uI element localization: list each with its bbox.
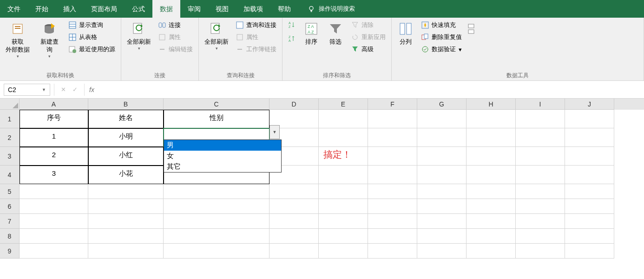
cell-I8[interactable] <box>516 229 565 244</box>
row-header-5[interactable]: 5 <box>0 184 20 199</box>
tab-addins[interactable]: 加载项 <box>236 0 270 18</box>
col-header-H[interactable]: H <box>467 99 516 110</box>
col-header-J[interactable]: J <box>565 99 614 110</box>
cell-I1[interactable] <box>516 110 565 128</box>
cell-I7[interactable] <box>516 214 565 229</box>
col-header-A[interactable]: A <box>20 99 88 110</box>
cell-F7[interactable] <box>368 214 417 229</box>
cell-J8[interactable] <box>565 229 614 244</box>
cell-D5[interactable] <box>269 184 319 199</box>
row-header-4[interactable]: 4 <box>0 166 20 184</box>
col-header-I[interactable]: I <box>516 99 565 110</box>
cell-E8[interactable] <box>319 229 368 244</box>
cell-J4[interactable] <box>565 166 614 184</box>
cell-C8[interactable] <box>164 229 269 244</box>
row-header-8[interactable]: 8 <box>0 229 20 244</box>
cell-B1[interactable]: 姓名 <box>88 110 164 128</box>
tab-review[interactable]: 审阅 <box>180 0 208 18</box>
cell-C6[interactable] <box>164 199 269 214</box>
cell-H1[interactable] <box>467 110 516 128</box>
cell-G8[interactable] <box>417 229 467 244</box>
tab-insert[interactable]: 插入 <box>56 0 84 18</box>
cell-E6[interactable] <box>319 199 368 214</box>
cell-H5[interactable] <box>467 184 516 199</box>
cell-C9[interactable] <box>164 244 269 259</box>
cell-B9[interactable] <box>88 244 164 259</box>
col-header-F[interactable]: F <box>368 99 417 110</box>
cell-B8[interactable] <box>88 229 164 244</box>
tell-me-search[interactable]: 操作说明搜索 <box>308 5 355 13</box>
from-table-button[interactable]: 从表格 <box>66 32 118 43</box>
cell-H3[interactable] <box>467 147 516 166</box>
cell-C1[interactable]: 性别 <box>164 110 269 128</box>
new-query-button[interactable]: 新建查 询▾ <box>34 20 64 60</box>
cell-H4[interactable] <box>467 166 516 184</box>
cell-F8[interactable] <box>368 229 417 244</box>
cell-H6[interactable] <box>467 199 516 214</box>
cell-G3[interactable] <box>417 147 467 166</box>
cell-C5[interactable] <box>164 184 269 199</box>
data-validation-button[interactable]: 数据验证 ▾ <box>419 44 465 55</box>
cell-B5[interactable] <box>88 184 164 199</box>
cell-A6[interactable] <box>20 199 88 214</box>
queries-connections-button[interactable]: 查询和连接 <box>233 20 279 31</box>
cell-A7[interactable] <box>20 214 88 229</box>
cell-E3-annotation[interactable]: 搞定！ <box>319 147 368 166</box>
cell-F5[interactable] <box>368 184 417 199</box>
dropdown-option[interactable]: 男 <box>164 140 281 151</box>
cell-F4[interactable] <box>368 166 417 184</box>
col-header-C[interactable]: C <box>164 99 269 110</box>
row-header-6[interactable]: 6 <box>0 199 20 214</box>
col-header-D[interactable]: D <box>269 99 319 110</box>
row-header-7[interactable]: 7 <box>0 214 20 229</box>
cell-F9[interactable] <box>368 244 417 259</box>
tab-help[interactable]: 帮助 <box>270 0 298 18</box>
cell-F1[interactable] <box>368 110 417 128</box>
confirm-icon[interactable]: ✓ <box>72 86 78 93</box>
cell-H9[interactable] <box>467 244 516 259</box>
cell-G7[interactable] <box>417 214 467 229</box>
cell-J1[interactable] <box>565 110 614 128</box>
cell-G4[interactable] <box>417 166 467 184</box>
data-validation-dropdown-button[interactable]: ▼ <box>269 125 280 139</box>
row-header-1[interactable]: 1 <box>0 110 20 128</box>
cell-A2[interactable]: 1 <box>20 128 88 147</box>
tab-file[interactable]: 文件 <box>0 0 28 18</box>
cell-D7[interactable] <box>269 214 319 229</box>
text-to-columns-button[interactable]: 分列 <box>394 20 417 48</box>
cell-I5[interactable] <box>516 184 565 199</box>
cell-A8[interactable] <box>20 229 88 244</box>
tab-formulas[interactable]: 公式 <box>125 0 152 18</box>
cell-F6[interactable] <box>368 199 417 214</box>
cell-B3[interactable]: 小红 <box>88 147 164 166</box>
cell-E2[interactable] <box>319 128 368 147</box>
cell-H2[interactable] <box>467 128 516 147</box>
cell-J9[interactable] <box>565 244 614 259</box>
col-header-G[interactable]: G <box>417 99 467 110</box>
row-header-2[interactable]: 2 <box>0 128 20 147</box>
cell-B4[interactable]: 小花 <box>88 166 164 184</box>
row-header-9[interactable]: 9 <box>0 244 20 259</box>
cell-A5[interactable] <box>20 184 88 199</box>
sort-button[interactable]: Z AA Z 排序 <box>300 20 322 48</box>
cancel-icon[interactable]: ✕ <box>61 86 66 93</box>
more-tools-button[interactable] <box>467 20 476 38</box>
cell-D8[interactable] <box>269 229 319 244</box>
cell-A3[interactable]: 2 <box>20 147 88 166</box>
cell-E9[interactable] <box>319 244 368 259</box>
filter-button[interactable]: 筛选 <box>324 20 347 48</box>
cell-I2[interactable] <box>516 128 565 147</box>
dropdown-option[interactable]: 其它 <box>164 161 281 172</box>
cell-F3[interactable] <box>368 147 417 166</box>
cell-B6[interactable] <box>88 199 164 214</box>
row-header-3[interactable]: 3 <box>0 147 20 166</box>
cell-G9[interactable] <box>417 244 467 259</box>
cell-I3[interactable] <box>516 147 565 166</box>
show-queries-button[interactable]: 显示查询 <box>66 20 118 31</box>
cell-B2[interactable]: 小明 <box>88 128 164 147</box>
cell-E1[interactable] <box>319 110 368 128</box>
cell-J7[interactable] <box>565 214 614 229</box>
sort-asc-button[interactable]: AZ <box>285 20 298 30</box>
tab-view[interactable]: 视图 <box>208 0 236 18</box>
tab-layout[interactable]: 页面布局 <box>84 0 125 18</box>
